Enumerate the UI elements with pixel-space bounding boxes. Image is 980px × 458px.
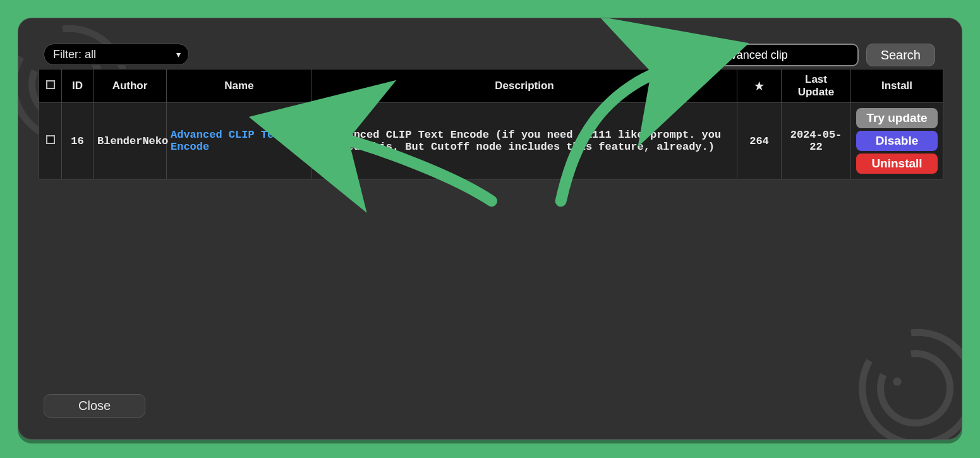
filter-select[interactable]: Filter: all ▾ xyxy=(44,44,189,65)
header-checkbox[interactable] xyxy=(46,80,55,89)
row-last-update: 2024-05-22 xyxy=(782,103,851,179)
filter-container: Filter: all ▾ xyxy=(44,44,189,65)
col-star: ★ xyxy=(737,69,782,103)
watermark-bottom-right xyxy=(842,319,962,440)
uninstall-button[interactable]: Uninstall xyxy=(856,154,938,174)
table-row: 16 BlenderNeko Advanced CLIP Text Encode… xyxy=(39,103,943,179)
row-stars: 264 xyxy=(737,103,782,179)
search-container: Search xyxy=(710,44,935,66)
search-button[interactable]: Search xyxy=(866,44,935,66)
col-author: Author xyxy=(94,69,167,103)
col-id: ID xyxy=(62,69,94,103)
row-name-cell: Advanced CLIP Text Encode xyxy=(167,103,312,179)
nodes-table: ID Author Name Description ★ Last Update… xyxy=(39,69,943,179)
col-name: Name xyxy=(167,69,312,103)
chevron-down-icon: ▾ xyxy=(176,49,181,59)
row-description: Advanced CLIP Text Encode (if you need A… xyxy=(312,103,737,179)
row-checkbox[interactable] xyxy=(46,135,55,144)
search-input[interactable] xyxy=(710,44,859,66)
col-install: Install xyxy=(851,69,943,103)
col-description: Description xyxy=(312,69,737,103)
node-name-link[interactable]: Advanced CLIP Text Encode xyxy=(171,129,287,153)
row-author: BlenderNeko xyxy=(94,103,167,179)
manager-panel: Filter: all ▾ Search ID Author Name Desc… xyxy=(18,18,962,440)
try-update-button[interactable]: Try update xyxy=(856,108,938,128)
disable-button[interactable]: Disable xyxy=(856,131,938,151)
close-button[interactable]: Close xyxy=(44,394,145,418)
row-id: 16 xyxy=(62,103,94,179)
col-last-update: Last Update xyxy=(782,69,851,103)
filter-label: Filter: all xyxy=(53,48,96,61)
col-checkbox xyxy=(39,69,62,103)
svg-point-1 xyxy=(893,377,901,385)
row-checkbox-cell xyxy=(39,103,62,179)
table-header-row: ID Author Name Description ★ Last Update… xyxy=(39,69,943,103)
row-install-cell: Try update Disable Uninstall xyxy=(851,103,943,179)
